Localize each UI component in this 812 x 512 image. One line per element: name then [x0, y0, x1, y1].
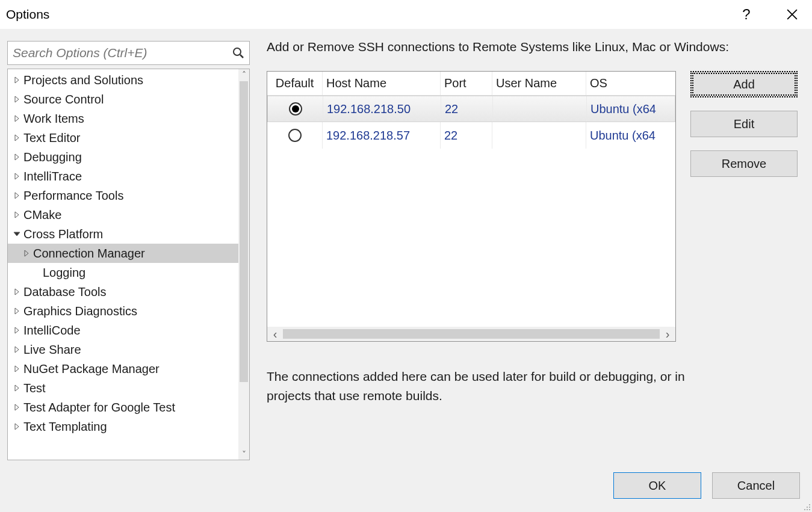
tree-item[interactable]: Logging	[8, 263, 238, 282]
radio-icon[interactable]	[289, 102, 302, 116]
tree-item-label: Text Editor	[23, 131, 80, 145]
tree-item-label: Logging	[43, 266, 85, 280]
tree-item[interactable]: Text Templating	[8, 417, 238, 436]
search-options-field[interactable]	[7, 41, 250, 65]
chevron-right-icon	[14, 404, 22, 411]
tree-item-label: IntelliCode	[23, 324, 81, 338]
tree-item-label: Connection Manager	[33, 247, 145, 261]
os-cell: Ubuntu (x64	[586, 122, 675, 149]
tree-item[interactable]: Graphics Diagnostics	[8, 301, 238, 321]
grid-hscrollbar[interactable]: ‹ ›	[267, 327, 675, 341]
svg-point-3	[809, 509, 810, 510]
tree-item[interactable]: IntelliTrace	[8, 167, 238, 186]
chevron-right-icon	[14, 134, 22, 141]
default-cell[interactable]	[267, 122, 323, 149]
scroll-thumb[interactable]	[240, 81, 248, 382]
dialog-footer: OK Cancel	[0, 467, 812, 512]
action-buttons: Add Edit Remove	[690, 71, 798, 342]
tree-item-label: Test Adapter for Google Test	[23, 401, 175, 415]
search-input[interactable]	[13, 46, 232, 60]
user-cell	[493, 96, 587, 122]
scroll-right-icon[interactable]: ›	[662, 327, 673, 341]
chevron-right-icon	[14, 365, 22, 372]
options-dialog: Options ? Projects and SolutionsSource C…	[0, 0, 812, 512]
col-port[interactable]: Port	[441, 72, 492, 95]
user-cell	[492, 122, 586, 149]
col-user[interactable]: User Name	[492, 72, 586, 95]
cancel-button[interactable]: Cancel	[712, 472, 800, 499]
tree-item[interactable]: IntelliCode	[8, 321, 238, 340]
tree-item[interactable]: NuGet Package Manager	[8, 359, 238, 378]
tree-item[interactable]: Work Items	[8, 109, 238, 128]
remove-button[interactable]: Remove	[690, 150, 798, 177]
tree-item[interactable]: Test	[8, 378, 238, 398]
scroll-left-icon[interactable]: ‹	[270, 327, 280, 341]
connections-grid: Default Host Name Port User Name OS 192.…	[267, 71, 676, 342]
chevron-right-icon	[14, 307, 22, 315]
svg-point-1	[809, 504, 810, 505]
chevron-down-icon	[14, 230, 22, 238]
tree-item[interactable]: Connection Manager	[8, 244, 238, 263]
hscroll-thumb[interactable]	[283, 329, 660, 339]
tree-item-label: NuGet Package Manager	[23, 362, 160, 376]
port-cell: 22	[441, 96, 493, 122]
tree-item[interactable]: CMake	[8, 205, 238, 224]
chevron-right-icon	[14, 192, 22, 199]
tree-item[interactable]: Live Share	[8, 340, 238, 359]
chevron-right-icon	[23, 250, 32, 257]
radio-icon[interactable]	[288, 129, 302, 142]
add-button[interactable]: Add	[690, 71, 798, 97]
options-tree: Projects and SolutionsSource ControlWork…	[7, 69, 250, 460]
chevron-right-icon	[14, 153, 22, 161]
close-button[interactable]	[778, 1, 806, 28]
tree-item-label: Source Control	[23, 93, 104, 106]
col-default[interactable]: Default	[267, 72, 323, 95]
tree-scrollbar[interactable]: ˄ ˅	[238, 69, 249, 460]
tree-item-label: Test	[23, 381, 46, 395]
tree-item-label: Text Templating	[23, 420, 107, 434]
chevron-right-icon	[14, 288, 22, 295]
grid-header: Default Host Name Port User Name OS	[267, 72, 675, 96]
tree-item[interactable]: Source Control	[8, 90, 238, 109]
close-icon	[787, 9, 798, 20]
svg-point-4	[807, 507, 808, 508]
tree-item-label: Live Share	[23, 343, 81, 357]
svg-point-0	[234, 48, 241, 55]
tree-item[interactable]: Cross Platform	[8, 224, 238, 244]
page-footer-text: The connections added here can be used l…	[267, 367, 724, 405]
default-cell[interactable]	[268, 96, 323, 122]
tree-item-label: Cross Platform	[23, 227, 103, 241]
tree-item-label: Projects and Solutions	[23, 73, 143, 87]
scroll-up-icon[interactable]: ˄	[238, 69, 249, 80]
table-row[interactable]: 192.168.218.5722Ubuntu (x64	[267, 122, 675, 149]
col-host[interactable]: Host Name	[323, 72, 441, 95]
scroll-down-icon[interactable]: ˅	[238, 449, 249, 460]
tree-item[interactable]: Performance Tools	[8, 186, 238, 205]
host-cell: 192.168.218.57	[323, 122, 441, 149]
table-row[interactable]: 192.168.218.5022Ubuntu (x64	[267, 96, 675, 122]
tree-item-label: IntelliTrace	[23, 170, 82, 184]
svg-point-2	[809, 507, 810, 508]
tree-item[interactable]: Projects and Solutions	[8, 70, 238, 90]
ok-button[interactable]: OK	[613, 472, 701, 499]
tree-item-label: Graphics Diagnostics	[23, 304, 137, 318]
tree-item[interactable]: Debugging	[8, 147, 238, 167]
tree-item-label: Database Tools	[23, 285, 107, 299]
tree-item[interactable]: Text Editor	[8, 128, 238, 147]
tree-item[interactable]: Database Tools	[8, 282, 238, 301]
edit-button[interactable]: Edit	[690, 111, 798, 137]
chevron-right-icon	[14, 327, 22, 334]
search-icon	[232, 47, 244, 59]
chevron-right-icon	[14, 423, 22, 430]
tree-item[interactable]: Test Adapter for Google Test	[8, 398, 238, 417]
tree-item-label: Work Items	[23, 112, 84, 126]
resize-grip-icon[interactable]	[801, 501, 811, 511]
chevron-right-icon	[14, 384, 22, 392]
host-cell: 192.168.218.50	[323, 96, 441, 122]
col-os[interactable]: OS	[586, 72, 675, 95]
page-heading: Add or Remove SSH connections to Remote …	[267, 40, 798, 54]
chevron-right-icon	[14, 96, 22, 103]
help-button[interactable]: ?	[733, 1, 760, 28]
titlebar: Options ?	[0, 0, 812, 29]
svg-point-5	[807, 509, 808, 510]
